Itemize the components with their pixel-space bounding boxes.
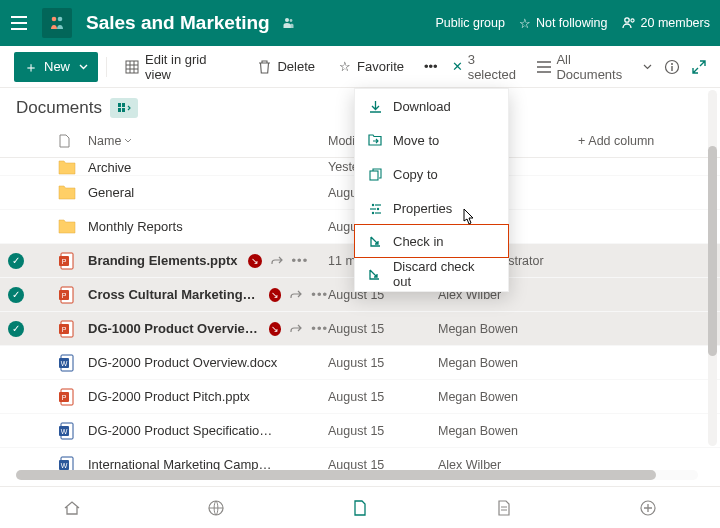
selection-check-icon[interactable] — [8, 185, 24, 201]
list-icon — [537, 61, 551, 73]
favorite-button[interactable]: ☆ Favorite — [329, 52, 414, 82]
follow-label: Not following — [536, 16, 608, 30]
table-row[interactable]: ✓PDG-1000 Product Overview.p…↘•••August … — [0, 312, 720, 346]
add-icon[interactable] — [637, 497, 659, 519]
teams-icon[interactable] — [280, 15, 296, 31]
site-logo[interactable] — [42, 8, 72, 38]
row-more-button[interactable]: ••• — [311, 321, 328, 336]
discard-icon — [367, 268, 383, 281]
add-column-button[interactable]: + Add column — [578, 134, 678, 148]
add-column-label: Add column — [588, 134, 654, 148]
menu-discard[interactable]: Discard check out — [355, 257, 508, 291]
info-button[interactable] — [664, 59, 680, 75]
selection-check-icon[interactable] — [8, 219, 24, 235]
table-row[interactable]: PDG-2000 Product Pitch.pptxAugust 15Mega… — [0, 380, 720, 414]
modified-by: Megan Bowen — [438, 356, 578, 370]
home-icon[interactable] — [61, 497, 83, 519]
library-title: Documents — [16, 98, 102, 118]
menu-checkin-label: Check in — [393, 234, 444, 249]
svg-rect-11 — [122, 103, 125, 107]
delete-button[interactable]: Delete — [248, 52, 325, 82]
selection-count[interactable]: ✕ 3 selected — [452, 52, 526, 82]
page-icon[interactable] — [493, 497, 515, 519]
menu-discard-label: Discard check out — [393, 259, 496, 289]
modified-by: Megan Bowen — [438, 424, 578, 438]
file-name[interactable]: Cross Cultural Marketing Ca… — [88, 287, 259, 302]
modified-date: August 15 — [328, 390, 438, 404]
grid-icon — [125, 60, 139, 74]
pptx-icon: P — [58, 286, 76, 304]
pptx-icon: P — [58, 252, 76, 270]
file-name[interactable]: Monthly Reports — [88, 219, 183, 234]
selection-check-icon[interactable]: ✓ — [8, 321, 24, 337]
star-icon: ☆ — [519, 16, 531, 31]
vertical-scrollbar[interactable] — [708, 90, 717, 446]
menu-download[interactable]: Download — [355, 89, 508, 123]
selection-check-icon[interactable]: ✓ — [8, 287, 24, 303]
modified-by: Megan Bowen — [438, 390, 578, 404]
menu-copyto[interactable]: Copy to — [355, 157, 508, 191]
members-label: 20 members — [641, 16, 710, 30]
star-icon: ☆ — [339, 59, 351, 74]
svg-text:W: W — [61, 428, 68, 435]
selection-check-icon[interactable]: ✓ — [8, 253, 24, 269]
edit-grid-button[interactable]: Edit in grid view — [115, 52, 244, 82]
selection-check-icon[interactable] — [8, 159, 24, 175]
svg-text:P: P — [62, 394, 67, 401]
menu-properties[interactable]: Properties — [355, 191, 508, 225]
modified-by: Megan Bowen — [438, 322, 578, 336]
file-name[interactable]: General — [88, 185, 134, 200]
scrollbar-thumb[interactable] — [708, 146, 717, 356]
checked-out-icon: ↘ — [248, 254, 262, 268]
selection-check-icon[interactable] — [8, 355, 24, 371]
site-title[interactable]: Sales and Marketing — [86, 12, 270, 34]
new-button[interactable]: ＋ New — [14, 52, 98, 82]
view-options-button[interactable] — [110, 98, 138, 118]
table-row[interactable]: WDG-2000 Product Specification.docxAugus… — [0, 414, 720, 448]
app-launcher-icon[interactable] — [4, 8, 34, 38]
file-name[interactable]: DG-2000 Product Pitch.pptx — [88, 389, 250, 404]
selection-check-icon[interactable] — [8, 389, 24, 405]
group-privacy[interactable]: Public group — [435, 16, 505, 30]
file-name[interactable]: DG-1000 Product Overview.p… — [88, 321, 259, 336]
globe-icon[interactable] — [205, 497, 227, 519]
members-button[interactable]: 20 members — [622, 16, 710, 30]
svg-point-38 — [371, 211, 373, 213]
expand-button[interactable] — [692, 60, 706, 74]
file-type-column[interactable] — [58, 134, 88, 148]
horizontal-scrollbar[interactable] — [16, 470, 698, 480]
row-more-button[interactable]: ••• — [311, 287, 328, 302]
file-name[interactable]: Branding Elements.pptx — [88, 253, 238, 268]
svg-rect-6 — [126, 61, 138, 73]
chevron-down-icon — [643, 64, 652, 70]
folder-icon — [58, 184, 76, 202]
scrollbar-thumb[interactable] — [16, 470, 656, 480]
file-name[interactable]: Archive — [88, 160, 131, 175]
pptx-icon: P — [58, 320, 76, 338]
modified-date: August 15 — [328, 322, 438, 336]
row-more-button[interactable]: ••• — [292, 253, 309, 268]
menu-properties-label: Properties — [393, 201, 452, 216]
info-icon — [664, 59, 680, 75]
download-icon — [367, 100, 383, 113]
share-icon[interactable] — [289, 288, 303, 302]
app-bar — [0, 486, 720, 528]
more-commands-button[interactable]: ••• — [418, 52, 444, 82]
files-icon[interactable] — [349, 497, 371, 519]
pptx-icon: P — [58, 388, 76, 406]
svg-point-5 — [630, 19, 633, 22]
svg-point-37 — [376, 207, 378, 209]
menu-moveto[interactable]: Move to — [355, 123, 508, 157]
file-name[interactable]: DG-2000 Product Overview.docx — [88, 355, 277, 370]
follow-button[interactable]: ☆ Not following — [519, 16, 608, 31]
view-switcher[interactable]: All Documents — [537, 52, 652, 82]
share-icon[interactable] — [270, 254, 284, 268]
svg-point-4 — [624, 18, 628, 22]
name-column[interactable]: Name — [88, 134, 328, 148]
menu-checkin[interactable]: Check in — [354, 224, 509, 258]
table-row[interactable]: WDG-2000 Product Overview.docxAugust 15M… — [0, 346, 720, 380]
file-name[interactable]: DG-2000 Product Specification.docx — [88, 423, 278, 438]
share-icon[interactable] — [289, 322, 303, 336]
selection-check-icon[interactable] — [8, 423, 24, 439]
svg-text:P: P — [62, 292, 67, 299]
